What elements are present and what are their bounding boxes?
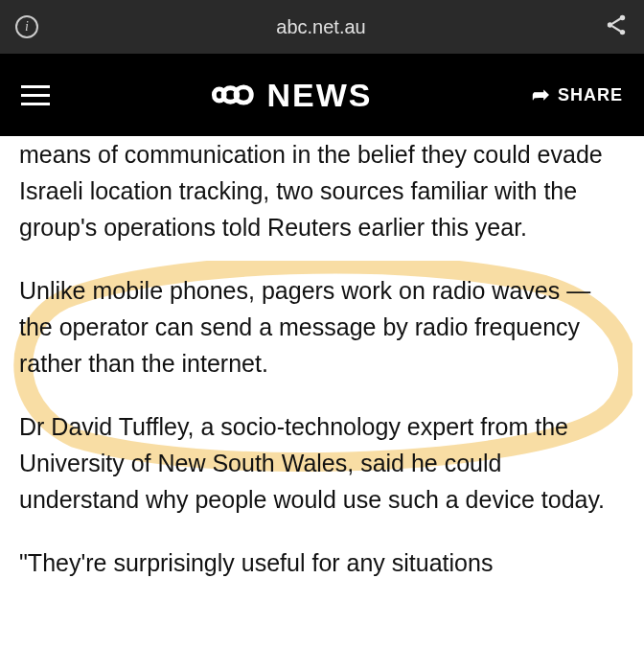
article-body: Hezbollah fighters have been using pager… <box>0 136 644 671</box>
menu-icon[interactable] <box>21 85 50 105</box>
article-paragraph: Hezbollah fighters have been using pager… <box>19 136 625 245</box>
share-arrow-icon: ➦ <box>532 82 550 107</box>
browser-share-icon[interactable] <box>604 12 629 41</box>
article-paragraph: "They're surprisingly useful for any sit… <box>19 544 625 581</box>
abc-logo-icon <box>209 79 261 111</box>
article-paragraph: Unlike mobile phones, pagers work on rad… <box>19 272 625 382</box>
site-header: NEWS ➦ SHARE <box>0 54 644 136</box>
share-button[interactable]: ➦ SHARE <box>532 82 623 107</box>
article-paragraph: Dr David Tuffley, a socio-technology exp… <box>19 408 625 518</box>
share-label: SHARE <box>558 85 623 105</box>
browser-address-bar: i abc.net.au <box>0 0 644 54</box>
browser-url[interactable]: abc.net.au <box>38 16 604 38</box>
info-icon[interactable]: i <box>15 15 38 38</box>
site-logo-text: NEWS <box>266 77 372 114</box>
site-logo[interactable]: NEWS <box>209 77 372 114</box>
